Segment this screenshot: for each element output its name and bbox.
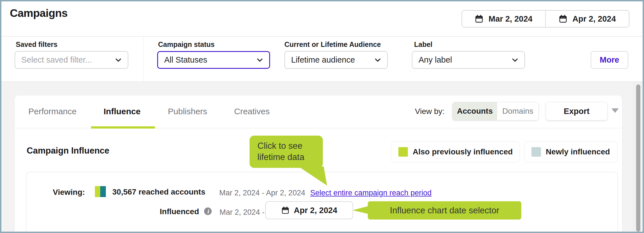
legend-newly-influenced: Newly influenced [524,141,617,162]
scrollbar-thumb[interactable] [636,84,640,232]
viewing-label: Viewing: [53,188,85,197]
reach-dual-swatch-icon [95,186,106,197]
tab-publishers[interactable]: Publishers [168,107,207,116]
view-by-label: View by: [415,107,444,116]
info-icon[interactable]: i [204,207,212,215]
swatch-lime [95,186,100,197]
influence-date-value: Apr 2, 2024 [294,206,337,215]
saved-filters-placeholder: Select saved filter... [21,55,92,65]
filter-divider [143,37,143,82]
campaigns-page: Campaigns Mar 2, 2024 [0,0,644,233]
active-tab-underline [91,126,155,129]
view-by-domains[interactable]: Domains [497,102,538,120]
campaign-status-label: Campaign status [158,40,214,49]
label-filter-value: Any label [419,55,452,65]
view-by-toggle: Accounts Domains [452,102,539,120]
select-entire-period-link[interactable]: Select entire campaign reach period [310,189,431,197]
campaign-status-select[interactable]: All Statuses [157,51,270,69]
label-filter-select[interactable]: Any label [412,51,525,69]
end-date-value: Apr 2, 2024 [572,14,616,24]
legend-swatch-blue [531,147,541,157]
view-by-accounts[interactable]: Accounts [453,102,497,120]
calendar-icon [475,15,483,23]
page-title: Campaigns [10,7,68,19]
influenced-label: Influenced [160,207,199,216]
calendar-icon [281,206,289,214]
audience-label: Current or Lifetime Audience [284,40,381,49]
tab-performance[interactable]: Performance [28,107,77,116]
calendar-icon [559,15,567,23]
callout-line1: Click to see [257,140,323,152]
reached-accounts-value: 30,567 reached accounts [112,188,205,197]
legend-label: Also previously influenced [413,147,513,156]
tab-creatives[interactable]: Creatives [234,107,270,116]
legend-previously-influenced: Also previously influenced [391,141,520,162]
more-filters-button[interactable]: More [591,51,628,69]
legend-swatch-green [398,147,408,157]
filters-bar: Saved filters Select saved filter... Cam… [1,37,643,82]
chevron-down-icon [374,56,382,64]
end-date-picker[interactable]: Apr 2, 2024 [545,11,629,27]
audience-select[interactable]: Lifetime audience [284,51,388,69]
saved-filters-label: Saved filters [16,40,58,49]
callout-line2: lifetime data [257,152,323,163]
influence-date-selector[interactable]: Apr 2, 2024 [265,201,353,219]
chevron-down-icon [256,56,264,64]
saved-filters-select[interactable]: Select saved filter... [15,51,128,69]
page-header: Campaigns Mar 2, 2024 [1,1,643,36]
lifetime-data-callout: Click to see lifetime data [250,136,323,168]
export-caret-icon[interactable] [611,108,619,113]
page-date-range-picker: Mar 2, 2024 Apr 2, 2024 [462,10,629,28]
legend-label: Newly influenced [546,147,610,156]
date-selector-callout: Influence chart date selector [368,201,521,220]
campaign-status-value: All Statuses [164,55,207,65]
viewing-period: Mar 2, 2024 - Apr 2, 2024 [219,189,305,197]
influenced-period-start: Mar 2, 2024 - [220,208,265,217]
export-button[interactable]: Export [546,102,608,120]
section-heading: Campaign Influence [27,146,109,156]
chevron-down-icon [511,56,519,64]
audience-value: Lifetime audience [291,55,355,65]
chevron-down-icon [115,56,122,64]
swatch-teal [100,186,106,197]
start-date-value: Mar 2, 2024 [488,14,532,24]
label-filter-label: Label [414,40,432,49]
tab-influence[interactable]: Influence [104,107,141,116]
start-date-picker[interactable]: Mar 2, 2024 [462,11,545,27]
